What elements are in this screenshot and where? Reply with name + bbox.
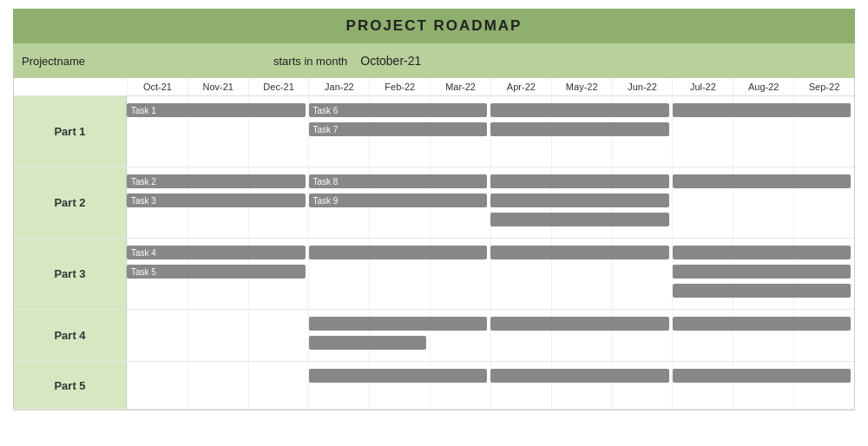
month-label: May-22 bbox=[551, 78, 612, 95]
month-label: Mar-22 bbox=[430, 78, 490, 95]
part-row: Part 5 bbox=[14, 362, 854, 410]
part-row: Part 3Task 4Task 5 bbox=[14, 239, 854, 310]
part-label: Part 3 bbox=[14, 239, 127, 309]
part-label: Part 2 bbox=[14, 167, 127, 238]
month-label: Jan-22 bbox=[308, 78, 369, 95]
gantt-area: Task 1Task 6Task 7 bbox=[127, 96, 854, 167]
part-label: Part 5 bbox=[14, 362, 127, 409]
month-value: October-21 bbox=[360, 54, 421, 68]
header-row: Projectname starts in month October-21 bbox=[13, 43, 855, 78]
gantt-area: Task 2Task 3Task 8Task 9 bbox=[127, 167, 854, 238]
part-label: Part 1 bbox=[14, 96, 127, 167]
month-label: Jul-22 bbox=[672, 78, 733, 95]
gantt-grid: Oct-21Nov-21Dec-21Jan-22Feb-22Mar-22Apr-… bbox=[13, 78, 855, 410]
part-row: Part 2Task 2Task 3Task 8Task 9 bbox=[14, 167, 854, 239]
project-name-label: Projectname bbox=[22, 55, 126, 68]
starts-label: starts in month bbox=[273, 55, 347, 68]
month-label: Dec-21 bbox=[248, 78, 309, 95]
month-label: Aug-22 bbox=[733, 78, 793, 95]
month-label: Jun-22 bbox=[612, 78, 673, 95]
page-title: PROJECT ROADMAP bbox=[13, 9, 855, 43]
month-label: Sep-22 bbox=[793, 78, 854, 95]
part-row: Part 1Task 1Task 6Task 7 bbox=[14, 96, 854, 167]
month-label: Nov-21 bbox=[187, 78, 248, 95]
gantt-area bbox=[127, 310, 854, 361]
part-row: Part 4 bbox=[14, 310, 854, 362]
month-label: Oct-21 bbox=[127, 78, 187, 95]
gantt-area: Task 4Task 5 bbox=[127, 239, 854, 309]
gantt-area bbox=[127, 362, 854, 409]
months-header: Oct-21Nov-21Dec-21Jan-22Feb-22Mar-22Apr-… bbox=[14, 78, 854, 96]
part-label: Part 4 bbox=[14, 310, 127, 361]
month-label: Apr-22 bbox=[490, 78, 551, 95]
month-label: Feb-22 bbox=[369, 78, 430, 95]
